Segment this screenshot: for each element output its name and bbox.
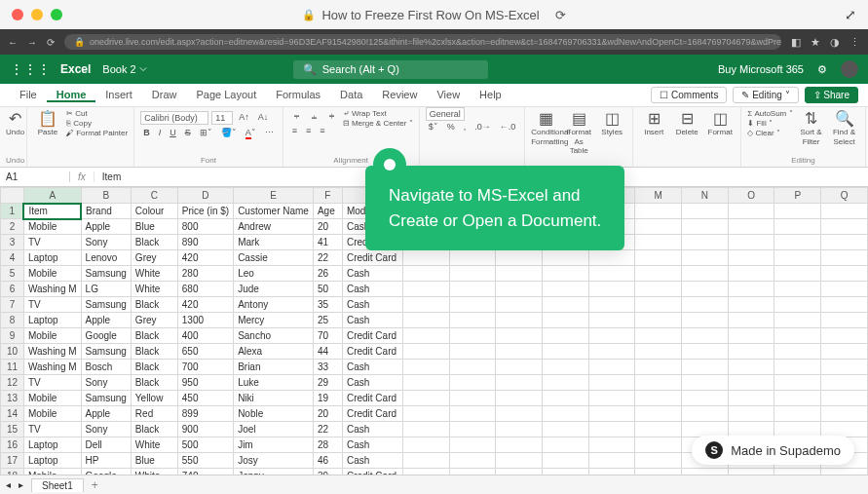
cell[interactable]	[635, 282, 682, 297]
cell[interactable]	[728, 219, 774, 235]
cell[interactable]: Mobile	[23, 266, 81, 282]
column-header[interactable]: A	[23, 188, 81, 204]
column-header[interactable]: D	[177, 188, 233, 204]
cell[interactable]: Apple	[81, 406, 131, 422]
row-header[interactable]: 15	[1, 422, 24, 437]
cell[interactable]	[588, 391, 635, 406]
border-button[interactable]: ⊞˅	[197, 127, 215, 138]
cell[interactable]	[682, 391, 729, 406]
cell[interactable]	[774, 282, 821, 297]
cell[interactable]	[728, 235, 774, 250]
tab-formulas[interactable]: Formulas	[266, 89, 330, 100]
row-header[interactable]: 5	[1, 266, 24, 282]
cell[interactable]	[635, 360, 682, 375]
cell[interactable]: Google	[81, 469, 131, 475]
cell[interactable]: 550	[177, 453, 233, 469]
cell[interactable]: 26	[313, 266, 342, 282]
cell[interactable]	[635, 297, 682, 313]
tab-insert[interactable]: Insert	[95, 89, 142, 100]
cell[interactable]	[449, 282, 496, 297]
insert-cells-button[interactable]: ⊞Insert	[639, 109, 668, 137]
cell[interactable]	[682, 406, 729, 422]
cell[interactable]	[728, 297, 774, 313]
cell[interactable]	[635, 250, 682, 266]
align-middle-icon[interactable]: ⫨	[307, 111, 321, 123]
cell[interactable]	[682, 204, 729, 219]
cell[interactable]	[542, 250, 588, 266]
cell[interactable]: 19	[313, 391, 342, 406]
address-bar[interactable]: 🔒 onedrive.live.com/edit.aspx?action=edi…	[64, 34, 781, 50]
cell[interactable]: 740	[177, 469, 233, 475]
cell[interactable]: Cash	[342, 313, 402, 328]
cell[interactable]: Joel	[234, 422, 314, 437]
cell[interactable]	[728, 250, 774, 266]
cell[interactable]	[821, 204, 868, 219]
row-header[interactable]: 13	[1, 391, 24, 406]
cell[interactable]: Blue	[131, 453, 177, 469]
cell[interactable]: Age	[313, 204, 342, 219]
cell[interactable]: Leo	[234, 266, 314, 282]
cell[interactable]	[821, 266, 868, 282]
cell[interactable]	[588, 453, 635, 469]
cell[interactable]	[542, 313, 588, 328]
cell[interactable]	[774, 266, 821, 282]
cell[interactable]	[496, 375, 543, 391]
column-header[interactable]: O	[728, 188, 774, 204]
cell[interactable]	[542, 360, 588, 375]
cell[interactable]	[728, 469, 774, 475]
cell[interactable]: Black	[131, 328, 177, 344]
align-right-icon[interactable]: ≡	[317, 125, 327, 136]
copy-button[interactable]: ⎘ Copy	[66, 119, 128, 128]
user-avatar[interactable]	[841, 60, 858, 78]
cell[interactable]: LG	[81, 282, 131, 297]
cell[interactable]: Price (in $)	[177, 204, 233, 219]
cell[interactable]	[774, 360, 821, 375]
cell[interactable]	[821, 235, 868, 250]
cell[interactable]	[588, 360, 635, 375]
cell[interactable]	[542, 344, 588, 360]
italic-button[interactable]: I	[156, 127, 165, 138]
cell[interactable]	[402, 250, 449, 266]
cell[interactable]: 29	[313, 375, 342, 391]
cell[interactable]	[728, 360, 774, 375]
cell[interactable]	[496, 422, 543, 437]
wrap-text-button[interactable]: ⤶ Wrap Text	[343, 109, 413, 118]
cell[interactable]: Blue	[131, 219, 177, 235]
cell[interactable]	[682, 469, 729, 475]
column-header[interactable]: Q	[821, 188, 868, 204]
decrease-decimal-icon[interactable]: ←.0	[497, 121, 519, 133]
cell[interactable]: Cash	[342, 422, 402, 437]
cell[interactable]	[682, 313, 729, 328]
row-header[interactable]: 14	[1, 406, 24, 422]
row-header[interactable]: 4	[1, 250, 24, 266]
cell[interactable]	[635, 235, 682, 250]
cell[interactable]	[774, 250, 821, 266]
column-header[interactable]: C	[131, 188, 177, 204]
cell[interactable]: White	[131, 282, 177, 297]
cell[interactable]: Washing M	[23, 360, 81, 375]
tab-help[interactable]: Help	[470, 89, 511, 100]
cell[interactable]: Cash	[342, 297, 402, 313]
cell[interactable]: Lenovo	[81, 250, 131, 266]
row-header[interactable]: 12	[1, 375, 24, 391]
more-icon[interactable]: ⋯	[262, 127, 277, 138]
cell[interactable]: Mobile	[23, 219, 81, 235]
cell[interactable]: 28	[313, 437, 342, 453]
paste-button[interactable]: 📋Paste	[33, 109, 62, 137]
row-header[interactable]: 9	[1, 328, 24, 344]
cell[interactable]: Laptop	[23, 313, 81, 328]
ext-icon[interactable]: ★	[811, 36, 820, 49]
comments-button[interactable]: ☐ Comments	[651, 87, 727, 103]
cell[interactable]	[542, 266, 588, 282]
cell[interactable]	[449, 391, 496, 406]
cell[interactable]: White	[131, 266, 177, 282]
cell[interactable]	[588, 406, 635, 422]
cell[interactable]	[588, 250, 635, 266]
cell[interactable]	[774, 375, 821, 391]
cell[interactable]: Jenny	[234, 469, 314, 475]
cell[interactable]: Customer Name	[234, 204, 314, 219]
cell[interactable]	[774, 313, 821, 328]
tab-review[interactable]: Review	[372, 89, 427, 100]
cell[interactable]: Red	[131, 406, 177, 422]
cell[interactable]	[496, 469, 543, 475]
